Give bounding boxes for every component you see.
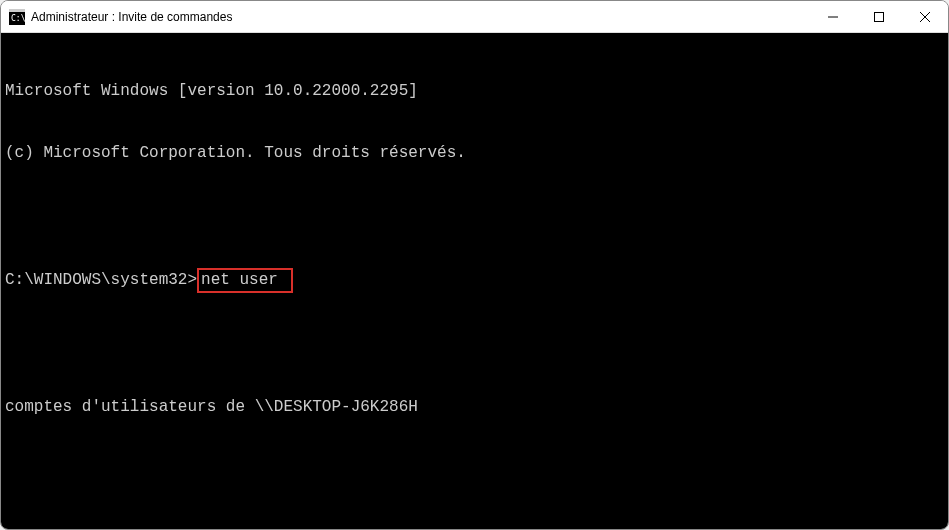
minimize-button[interactable]	[810, 1, 856, 32]
blank-line	[5, 459, 944, 480]
svg-rect-4	[875, 12, 884, 21]
blank-line	[5, 334, 944, 355]
svg-rect-1	[9, 9, 25, 12]
window-title: Administrateur : Invite de commandes	[31, 10, 232, 24]
terminal-area[interactable]: Microsoft Windows [version 10.0.22000.22…	[1, 33, 948, 529]
prompt-path: C:\WINDOWS\system32>	[5, 271, 197, 289]
divider-line: ----------------------------------------…	[5, 521, 944, 529]
blank-line	[5, 205, 944, 226]
accounts-header: comptes d'utilisateurs de \\DESKTOP-J6K2…	[5, 397, 944, 418]
titlebar[interactable]: C:\ Administrateur : Invite de commandes	[1, 1, 948, 33]
close-button[interactable]	[902, 1, 948, 32]
cmd-icon: C:\	[9, 9, 25, 25]
command-1-highlight: net user	[197, 268, 293, 293]
svg-text:C:\: C:\	[11, 14, 25, 23]
version-line: Microsoft Windows [version 10.0.22000.22…	[5, 81, 944, 102]
copyright-line: (c) Microsoft Corporation. Tous droits r…	[5, 143, 944, 164]
cmd-window: C:\ Administrateur : Invite de commandes…	[0, 0, 949, 530]
prompt-line-1: C:\WINDOWS\system32>net user	[5, 268, 944, 293]
maximize-button[interactable]	[856, 1, 902, 32]
window-controls	[810, 1, 948, 32]
